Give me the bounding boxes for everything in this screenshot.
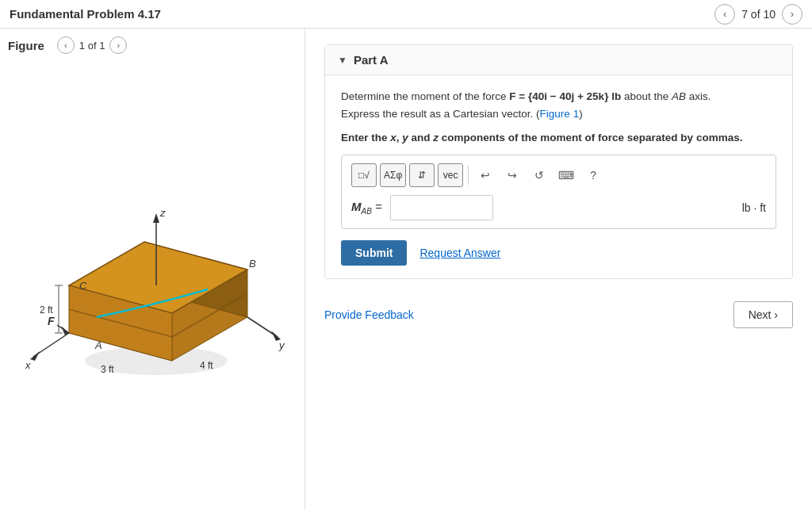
submit-row: Submit Request Answer: [341, 240, 776, 266]
vec-button[interactable]: vec: [438, 163, 463, 187]
part-a-header: ▼ Part A: [325, 45, 792, 75]
svg-text:B: B: [249, 258, 256, 270]
svg-text:x: x: [25, 359, 31, 371]
svg-marker-8: [153, 213, 159, 223]
request-answer-link[interactable]: Request Answer: [419, 247, 500, 259]
figure-navigation: ‹ 1 of 1 ›: [57, 36, 128, 54]
math-input-row: MAB = lb · ft: [351, 195, 766, 220]
svg-text:A: A: [94, 339, 102, 351]
submit-button[interactable]: Submit: [341, 240, 407, 266]
greek-button[interactable]: ΑΣφ: [380, 163, 406, 187]
redo-button[interactable]: ↪: [500, 163, 524, 187]
next-figure-button[interactable]: ›: [109, 36, 127, 54]
svg-text:4 ft: 4 ft: [200, 360, 213, 371]
figure-link[interactable]: Figure 1: [540, 108, 580, 120]
header-navigation: ‹ 7 of 10 ›: [714, 4, 802, 25]
math-toolbar: □√ ΑΣφ ⇵ vec ↩: [351, 163, 766, 187]
part-a-card: ▼ Part A Determine the moment of the for…: [324, 44, 793, 279]
help-icon: ?: [590, 169, 596, 182]
refresh-button[interactable]: ↺: [527, 163, 551, 187]
svg-text:C: C: [79, 280, 87, 292]
prev-question-button[interactable]: ‹: [714, 4, 735, 25]
refresh-icon: ↺: [534, 169, 544, 182]
figure-count: 1 of 1: [79, 40, 105, 52]
next-button[interactable]: Next ›: [733, 301, 793, 328]
keyboard-icon: ⌨: [558, 169, 574, 182]
updown-button[interactable]: ⇵: [409, 163, 435, 187]
unit-label: lb · ft: [742, 201, 766, 214]
figure-header: Figure ‹ 1 of 1 ›: [8, 36, 297, 54]
redo-icon: ↪: [508, 169, 517, 182]
svg-marker-11: [30, 351, 40, 361]
figure-label: Figure: [8, 39, 44, 52]
toolbar-separator: [468, 166, 469, 185]
keyboard-button[interactable]: ⌨: [554, 163, 578, 187]
axis-label: AB: [672, 90, 686, 102]
question-count: 7 of 10: [741, 8, 776, 21]
moment-input[interactable]: [390, 195, 493, 220]
page-title: Fundamental Problem 4.17: [10, 7, 161, 21]
svg-text:y: y: [278, 339, 285, 351]
svg-text:F: F: [48, 315, 55, 327]
footer-row: Provide Feedback Next ›: [324, 301, 793, 328]
prev-figure-button[interactable]: ‹: [57, 36, 75, 54]
next-question-button[interactable]: ›: [782, 4, 802, 25]
figure-svg: z x y F C B A: [17, 178, 287, 385]
figure-area: z x y F C B A: [8, 62, 297, 501]
svg-text:2 ft: 2 ft: [40, 304, 53, 316]
part-a-body: Determine the moment of the force F = {4…: [325, 75, 792, 278]
vec-icon: vec: [443, 170, 458, 181]
undo-icon: ↩: [481, 169, 490, 182]
enter-instruction: Enter the x, y and z components of the m…: [341, 132, 776, 144]
left-panel: Figure ‹ 1 of 1 ›: [0, 29, 305, 509]
svg-text:z: z: [159, 207, 166, 219]
svg-text:3 ft: 3 ft: [101, 364, 114, 375]
force-formula: F = {40i − 40j + 25k} lb: [509, 90, 621, 102]
part-a-title: Part A: [354, 53, 389, 67]
math-input-wrapper: □√ ΑΣφ ⇵ vec ↩: [341, 155, 776, 229]
sqrt-button[interactable]: □√: [351, 163, 377, 187]
next-label: Next ›: [749, 308, 778, 321]
updown-icon: ⇵: [418, 170, 426, 181]
help-button[interactable]: ?: [581, 163, 605, 187]
problem-description: Determine the moment of the force F = {4…: [341, 88, 776, 122]
greek-icon: ΑΣφ: [384, 170, 402, 181]
undo-button[interactable]: ↩: [473, 163, 497, 187]
right-panel: ▼ Part A Determine the moment of the for…: [305, 29, 812, 509]
provide-feedback-link[interactable]: Provide Feedback: [324, 308, 414, 321]
sqrt-icon: □√: [358, 170, 370, 181]
input-label: MAB =: [351, 200, 382, 216]
collapse-icon[interactable]: ▼: [338, 55, 347, 66]
